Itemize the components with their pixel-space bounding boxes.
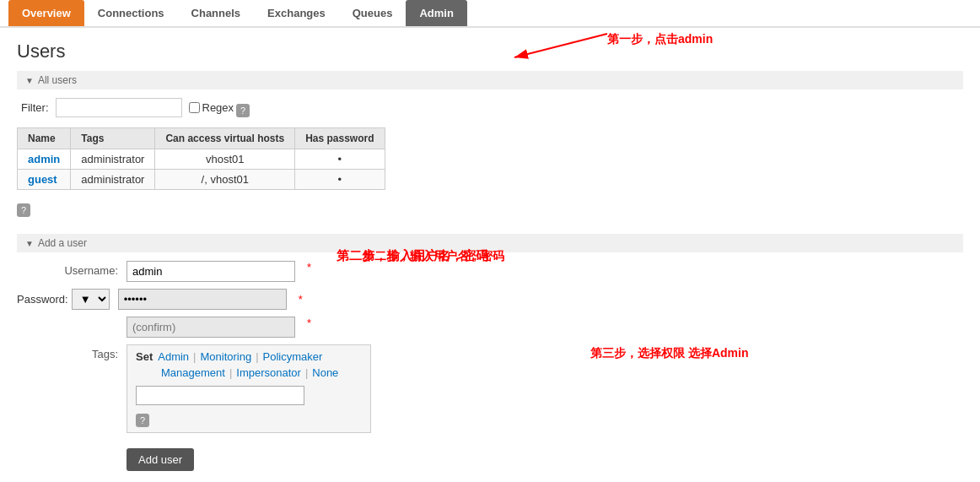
tags-set-row: Set Admin | Monitoring | Policymaker <box>136 350 362 363</box>
tag-none[interactable]: None <box>312 366 338 379</box>
cell-name[interactable]: guest <box>18 170 71 190</box>
all-users-label: All users <box>38 74 77 86</box>
cell-name[interactable]: admin <box>18 149 71 170</box>
cell-password: • <box>295 149 385 170</box>
tags-set-row2: Management | Impersonator | None <box>136 366 362 379</box>
filter-row: Filter: Regex ? <box>17 98 963 117</box>
tag-management[interactable]: Management <box>161 366 225 379</box>
cell-tags: administrator <box>71 170 155 190</box>
tags-label: Tags: <box>17 344 118 360</box>
username-input[interactable] <box>127 261 295 282</box>
regex-label: Regex <box>202 101 234 114</box>
col-vhosts: Can access virtual hosts <box>155 128 295 149</box>
tab-admin[interactable]: Admin <box>406 0 466 26</box>
add-user-button[interactable]: Add user <box>127 448 194 471</box>
filter-help-icon[interactable]: ? <box>236 104 250 117</box>
tab-overview[interactable]: Overview <box>8 0 84 26</box>
username-row: Username: * 第二步，输入用户名，密码 <box>17 261 963 282</box>
tag-monitoring[interactable]: Monitoring <box>200 350 251 363</box>
cell-tags: administrator <box>71 149 155 170</box>
table-help-icon[interactable]: ? <box>17 203 30 217</box>
add-user-label: Add a user <box>38 237 87 249</box>
main-content: Users ▼ All users Filter: Regex ? Name T… <box>0 28 980 482</box>
filter-label: Filter: <box>21 101 49 114</box>
tab-queues[interactable]: Queues <box>339 0 407 26</box>
tag-impersonator[interactable]: Impersonator <box>236 366 301 379</box>
password-row: Password: ▼ * <box>17 289 963 310</box>
tag-policymaker[interactable]: Policymaker <box>263 350 323 363</box>
username-required: * <box>307 261 311 273</box>
nav-bar: Overview Connections Channels Exchanges … <box>0 0 980 28</box>
page-title: Users <box>17 41 963 62</box>
tag-admin[interactable]: Admin <box>158 350 189 363</box>
col-name: Name <box>18 128 71 149</box>
collapse-triangle: ▼ <box>25 76 34 85</box>
page-wrapper: Overview Connections Channels Exchanges … <box>0 0 980 482</box>
password-select-wrapper: Password: ▼ <box>17 289 110 310</box>
add-user-collapse-triangle: ▼ <box>25 239 34 248</box>
tab-channels[interactable]: Channels <box>178 0 255 26</box>
users-table: Name Tags Can access virtual hosts Has p… <box>17 127 385 190</box>
password-input[interactable] <box>118 289 287 310</box>
tags-input[interactable] <box>136 386 304 405</box>
tags-box: Set Admin | Monitoring | Policymaker Man… <box>127 344 371 433</box>
confirm-input[interactable] <box>127 317 295 338</box>
confirm-required: * <box>307 317 311 329</box>
add-user-section: ▼ Add a user Username: * 第二步，输入用户名，密码 Pa… <box>17 234 963 471</box>
cell-vhosts: /, vhost01 <box>155 170 295 190</box>
regex-checkbox[interactable] <box>189 102 200 113</box>
add-user-section-header: ▼ Add a user <box>17 234 963 252</box>
tab-connections[interactable]: Connections <box>84 0 178 26</box>
username-label: Username: <box>17 261 118 277</box>
regex-checkbox-row: Regex ? <box>189 99 250 117</box>
all-users-section-header: ▼ All users <box>17 71 963 89</box>
confirm-row: * <box>17 317 963 338</box>
filter-input[interactable] <box>56 98 182 117</box>
password-required: * <box>299 293 303 306</box>
col-tags: Tags <box>71 128 155 149</box>
tab-exchanges[interactable]: Exchanges <box>254 0 339 26</box>
tags-help-icon[interactable]: ? <box>136 414 149 427</box>
password-type-select[interactable]: ▼ <box>72 289 110 310</box>
table-row: guest administrator /, vhost01 • <box>18 170 385 190</box>
confirm-label <box>17 317 118 320</box>
set-label: Set <box>136 350 153 363</box>
tags-row: Tags: Set Admin | Monitoring | Policymak… <box>17 344 963 433</box>
cell-password: • <box>295 170 385 190</box>
col-password: Has password <box>295 128 385 149</box>
cell-vhosts: vhost01 <box>155 149 295 170</box>
table-row: admin administrator vhost01 • <box>18 149 385 170</box>
password-label-text: Password: <box>17 293 68 306</box>
